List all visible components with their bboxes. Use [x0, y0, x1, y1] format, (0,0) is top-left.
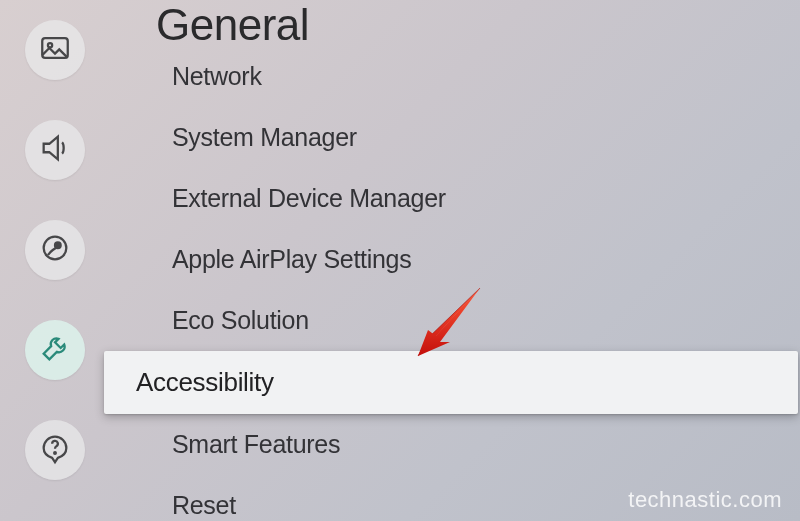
menu-item-label: External Device Manager [172, 184, 446, 212]
speaker-icon [38, 131, 72, 169]
menu-item-label: Eco Solution [172, 306, 309, 334]
menu-item-system-manager[interactable]: System Manager [110, 107, 800, 168]
menu-item-label: System Manager [172, 123, 357, 151]
sidebar-item-broadcasting[interactable] [25, 220, 85, 280]
menu-item-label: Apple AirPlay Settings [172, 245, 411, 273]
svg-marker-5 [418, 288, 480, 356]
menu-item-apple-airplay-settings[interactable]: Apple AirPlay Settings [110, 229, 800, 290]
picture-icon [38, 31, 72, 69]
menu-item-network[interactable]: Network [110, 54, 800, 107]
satellite-icon [38, 231, 72, 269]
menu-item-label: Accessibility [136, 367, 274, 397]
main-panel: General Network System Manager External … [110, 0, 800, 521]
menu-item-smart-features[interactable]: Smart Features [110, 414, 800, 475]
sidebar-item-sound[interactable] [25, 120, 85, 180]
svg-point-4 [54, 452, 56, 454]
sidebar-item-picture[interactable] [25, 20, 85, 80]
page-title: General [110, 0, 800, 50]
watermark: technastic.com [628, 487, 782, 513]
sidebar-item-general[interactable] [25, 320, 85, 380]
settings-sidebar [0, 0, 110, 521]
svg-point-1 [48, 43, 52, 47]
menu-item-label: Network [172, 62, 262, 90]
menu-item-external-device-manager[interactable]: External Device Manager [110, 168, 800, 229]
sidebar-item-support[interactable] [25, 420, 85, 480]
support-icon [38, 431, 72, 469]
menu-item-label: Reset [172, 491, 236, 519]
annotation-arrow [410, 282, 490, 362]
wrench-icon [38, 331, 72, 369]
menu-item-label: Smart Features [172, 430, 340, 458]
